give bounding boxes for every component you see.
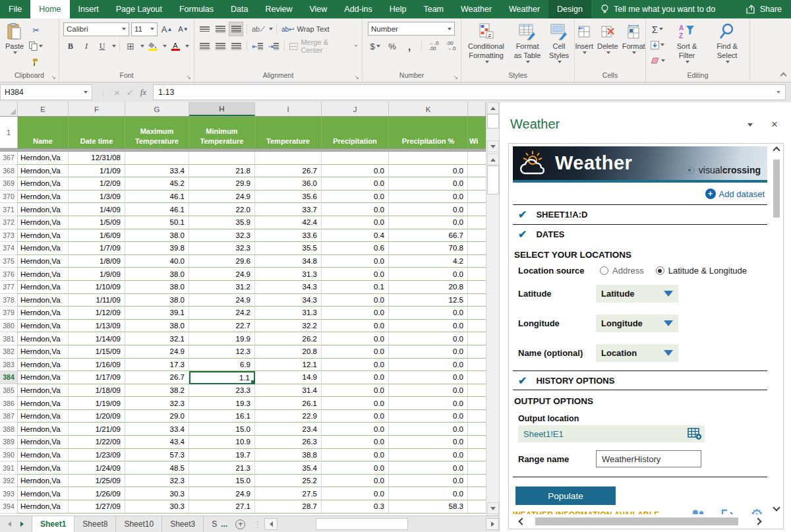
fill-button[interactable] [649,38,666,52]
shrink-font-icon[interactable]: A▼ [176,22,190,36]
row-number[interactable]: 388 [0,423,18,436]
format-painter-icon[interactable] [28,55,44,69]
cell[interactable]: 46.1 [125,203,189,216]
merge-center-button[interactable]: Merge & Center [288,39,359,53]
cell[interactable]: 24.9 [189,191,255,204]
row-number[interactable]: 369 [0,177,18,191]
table-header-cell[interactable]: Precipitation % [389,117,468,148]
cell[interactable]: 35.6 [255,191,322,204]
cell[interactable]: 0.0 [389,165,468,178]
font-color-caret-icon[interactable] [185,45,189,47]
cell[interactable]: 0.1 [322,281,389,294]
cell[interactable]: 1/26/09 [69,487,125,500]
cell[interactable]: 24.9 [189,268,255,281]
cell[interactable] [468,461,486,475]
section-dates[interactable]: ✔ DATES [513,224,767,244]
cell[interactable]: 66.7 [389,229,468,243]
autosum-button[interactable]: Σ [649,22,666,36]
ribbon-tab-review[interactable]: Review [256,0,301,18]
cell[interactable]: 17.3 [125,359,189,372]
ribbon-tab-add-ins[interactable]: Add-ins [336,0,380,18]
cell[interactable] [389,152,468,165]
confirm-entry-icon[interactable]: ✓ [127,88,134,98]
cell[interactable]: 6.9 [189,359,255,372]
cell[interactable]: 0.4 [322,229,389,243]
cell[interactable] [322,152,389,165]
cell[interactable]: 32.3 [125,397,189,410]
cell[interactable]: 0.0 [389,487,468,500]
cell[interactable]: 31.2 [189,281,255,294]
decrease-decimal-icon[interactable]: .00→.0 [444,39,458,53]
cell[interactable]: 24.2 [189,307,255,320]
cell[interactable]: 34.8 [255,255,322,268]
conditional-formatting-button[interactable]: ≠ Conditional Formatting [463,20,510,65]
cell[interactable]: 19.3 [189,397,255,410]
fill-color-icon[interactable] [146,39,160,53]
row-number[interactable]: 390 [0,449,18,462]
cell[interactable]: 1/17/09 [69,371,125,384]
cell[interactable] [468,152,486,165]
cell[interactable]: 0.0 [322,177,389,191]
cell[interactable]: Herndon,Va [18,229,69,243]
cell[interactable] [468,191,486,204]
expand-formula-bar-icon[interactable] [776,91,780,94]
pane-scroll-up-icon[interactable] [773,146,780,154]
cell[interactable]: 0.0 [322,345,389,359]
formula-input[interactable]: 1.13 [153,84,786,100]
cell[interactable]: 16.1 [189,410,255,423]
cell[interactable]: 1/10/09 [69,281,125,294]
scroll-down-button-bottom-pane[interactable] [487,502,499,514]
cell[interactable]: 24.9 [189,487,255,500]
cell[interactable]: 1/8/09 [69,255,125,268]
cell[interactable]: 30.3 [125,500,189,514]
comma-format-icon[interactable]: , [402,39,417,53]
cell[interactable]: 1/1/09 [69,165,125,178]
cell[interactable]: Herndon,Va [18,487,69,500]
cell[interactable]: 0.0 [389,371,468,384]
scroll-left-button[interactable] [264,518,278,530]
cell[interactable]: 24.9 [125,345,189,359]
cell[interactable]: 15.0 [189,475,255,488]
cell[interactable]: 35.5 [255,242,322,255]
scroll-thumb-top-pane[interactable] [487,114,499,129]
orientation-icon[interactable]: ab⟋ [250,22,266,36]
borders-icon[interactable]: ⊞ [123,39,138,53]
row-number[interactable]: 387 [0,410,18,423]
column-header-partial[interactable] [468,102,486,116]
cell[interactable]: Herndon,Va [18,410,69,423]
cell[interactable]: 33.7 [255,203,322,216]
cell[interactable]: 0.0 [389,384,468,398]
cell[interactable]: Herndon,Va [18,307,69,320]
increase-decimal-icon[interactable]: ←.0.00 [426,39,441,53]
cell[interactable]: 0.0 [389,345,468,359]
output-location-field[interactable]: Sheet1!E1 [518,425,705,442]
cell[interactable]: 22.0 [189,203,255,216]
cell[interactable]: Herndon,Va [18,255,69,268]
cell[interactable]: 1.1 [189,371,255,384]
cell[interactable]: 50.1 [125,216,189,229]
cell[interactable]: Herndon,Va [18,449,69,462]
row-number[interactable]: 1 [0,117,18,148]
horizontal-scrollbar[interactable] [264,518,499,530]
cell[interactable]: 45.2 [125,177,189,191]
scroll-up-button-bottom-pane[interactable] [487,154,499,165]
sheet-overflow-ellipsis[interactable]: ... [218,516,230,532]
column-header-E[interactable]: E [18,102,69,116]
cell[interactable]: 1/12/09 [69,307,125,320]
cell[interactable]: 14.9 [255,371,322,384]
cell[interactable]: 26.7 [125,371,189,384]
cell[interactable]: 25.2 [255,475,322,488]
cell[interactable] [468,371,486,384]
table-header-cell[interactable]: Name [18,117,69,148]
scroll-down-button-top-pane[interactable] [487,140,499,152]
cell[interactable]: 38.2 [125,384,189,398]
cell[interactable]: Herndon,Va [18,203,69,216]
row-number[interactable]: 384 [0,371,18,384]
table-header-cell[interactable]: Wi [468,117,486,148]
cell[interactable] [468,475,486,488]
cell[interactable]: 32.3 [125,475,189,488]
cell[interactable]: 29.0 [125,410,189,423]
row-number[interactable]: 376 [0,268,18,281]
row-number[interactable]: 379 [0,307,18,320]
cell[interactable]: 0.0 [322,359,389,372]
